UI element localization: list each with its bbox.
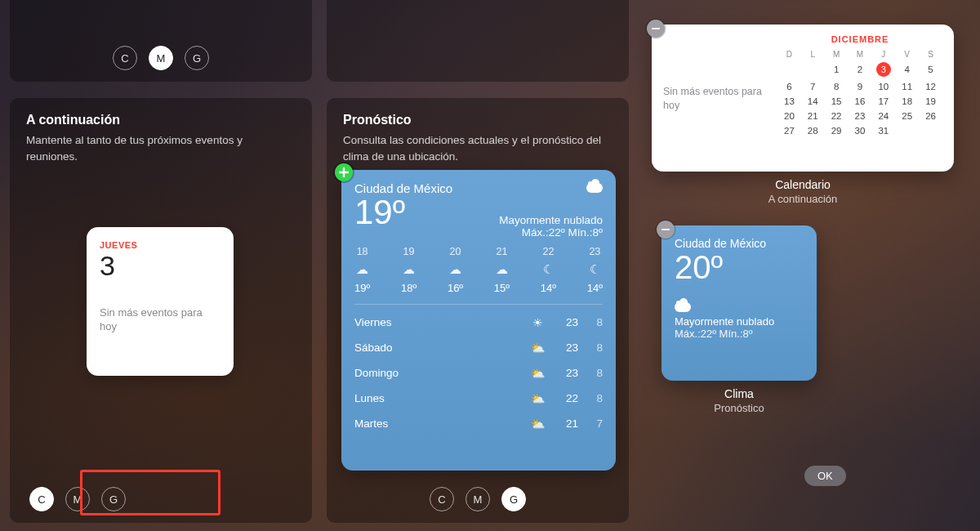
widget-tile-top-right: [327, 0, 629, 82]
next-desc: Mantente al tanto de tus próximos evento…: [26, 132, 296, 164]
day-row: Viernes☀238: [354, 310, 603, 335]
weather-small-widget[interactable]: Ciudad de México 20º Mayormente nublado …: [662, 225, 817, 381]
size-m[interactable]: M: [149, 46, 173, 70]
widget-caption: Clima Pronóstico: [662, 387, 817, 414]
next-title: A continuación: [26, 113, 296, 127]
remove-icon[interactable]: [657, 221, 675, 239]
size-c[interactable]: C: [430, 487, 454, 511]
widget-tile-forecast: Pronóstico Consulta las condiciones actu…: [327, 98, 629, 523]
weather-temp: 20º: [675, 250, 804, 284]
day-row: Martes⛅217: [354, 411, 603, 436]
ok-button[interactable]: OK: [804, 466, 846, 486]
day-row: Lunes⛅228: [354, 386, 603, 411]
hour-col: 22☾14º: [541, 246, 556, 294]
forecast-desc: Consulta las condiciones actuales y el p…: [343, 132, 612, 164]
size-bar: C M G: [327, 487, 629, 511]
calendar-small-msg: Sin más eventos para hoy: [100, 306, 220, 334]
calendar-month-widget[interactable]: Sin más eventos para hoy DICIEMBRE DLMMJ…: [652, 25, 954, 172]
weather-city: Ciudad de México: [675, 237, 804, 250]
weather-minmax: Máx.:22º Mín.:8º: [675, 328, 804, 340]
size-m[interactable]: M: [466, 487, 490, 511]
weather-cond: Mayormente nublado: [675, 315, 804, 328]
size-g[interactable]: G: [501, 487, 526, 511]
size-c[interactable]: C: [29, 487, 54, 511]
daily-list: Viernes☀238Sábado⛅238Domingo⛅238Lunes⛅22…: [354, 310, 603, 436]
remove-icon[interactable]: [647, 20, 665, 38]
widget-tile-top: C M G: [10, 0, 312, 82]
size-c[interactable]: C: [113, 46, 137, 70]
hour-col: 18☁19º: [354, 246, 370, 294]
calendar-small-day: 3: [100, 252, 220, 281]
hour-col: 19☁18º: [401, 246, 416, 294]
size-m[interactable]: M: [65, 487, 90, 511]
weather-cond: Mayormente nublado Máx.:22º Mín.:8º: [499, 214, 603, 239]
calendar-month-msg: Sin más eventos para hoy: [663, 85, 777, 114]
forecast-title: Pronóstico: [343, 113, 612, 127]
size-g[interactable]: G: [101, 487, 126, 511]
widget-tile-next: A continuación Mantente al tanto de tus …: [10, 98, 312, 523]
size-g[interactable]: G: [185, 46, 209, 70]
hourly-row: 18☁19º19☁18º20☁16º21☁15º22☾14º23☾14º: [354, 246, 603, 305]
add-icon[interactable]: [335, 163, 353, 181]
cloud-icon: [675, 302, 691, 312]
cloud-icon: [586, 183, 603, 193]
widget-caption: Calendario A continuación: [652, 178, 954, 205]
calendar-small-dow: JUEVES: [100, 240, 220, 250]
hour-col: 21☁15º: [494, 246, 510, 294]
calendar-small-widget[interactable]: JUEVES 3 Sin más eventos para hoy: [87, 227, 234, 376]
size-bar: C M G: [10, 487, 312, 511]
weather-large-widget[interactable]: Ciudad de México 19º Mayormente nublado …: [341, 170, 616, 471]
hour-col: 20☁16º: [448, 246, 463, 294]
size-bar: C M G: [10, 46, 312, 70]
day-row: Domingo⛅238: [354, 360, 603, 386]
calendar-grid: DLMMJVS123456789101112131415161718192021…: [777, 49, 942, 138]
day-row: Sábado⛅238: [354, 335, 603, 360]
hour-col: 23☾14º: [587, 246, 603, 294]
calendar-month-name: DICIEMBRE: [777, 34, 942, 44]
